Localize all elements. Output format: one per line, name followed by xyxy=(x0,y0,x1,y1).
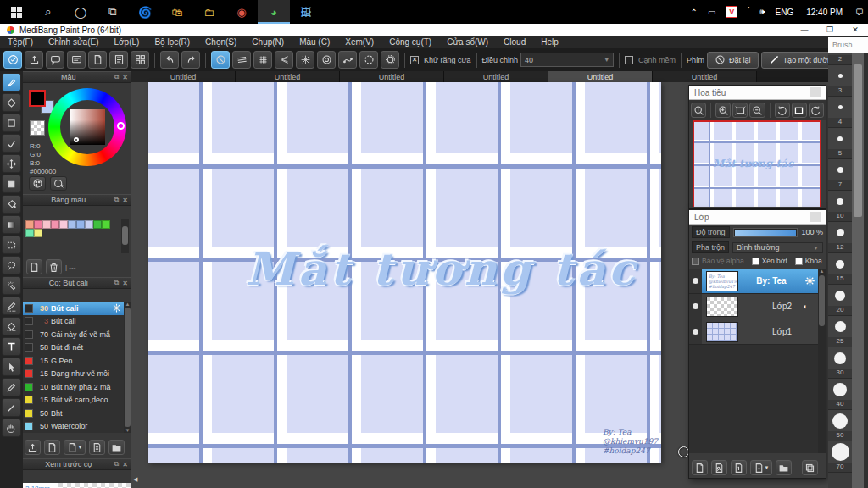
clipping-checkbox[interactable] xyxy=(752,258,760,265)
cortana-icon[interactable]: ◯ xyxy=(64,0,97,24)
store-icon[interactable]: 🛍 xyxy=(161,0,193,24)
form-button[interactable] xyxy=(109,51,128,69)
brush-size-scrollbar[interactable] xyxy=(852,53,864,488)
tool-wand[interactable] xyxy=(2,276,21,295)
undo-button[interactable] xyxy=(160,51,179,69)
brush-row[interactable]: 15 Bút vẽ caro,deco xyxy=(23,394,124,408)
menu-item-10[interactable]: Cloud xyxy=(496,36,533,48)
upload-button[interactable] xyxy=(25,51,43,69)
tool-gradient[interactable] xyxy=(2,215,21,234)
volume-icon[interactable]: 🕪 xyxy=(755,0,769,24)
palette-swatch[interactable] xyxy=(76,220,85,229)
new-swatch-button[interactable] xyxy=(26,259,42,274)
rotate-left-button[interactable] xyxy=(775,103,790,118)
brush-row[interactable]: 10 Bút này pha 2 mà xyxy=(23,380,124,394)
palette-swatch[interactable] xyxy=(42,220,51,229)
palette-add-icon[interactable] xyxy=(50,176,67,191)
layer-row[interactable]: Lớp2◖ xyxy=(689,294,826,319)
brush-size-item-3[interactable]: 3 xyxy=(828,65,852,97)
new-brush-menu-button[interactable]: ▼ xyxy=(64,440,86,455)
hue-marker[interactable] xyxy=(117,122,125,130)
brush-row[interactable]: 50 Bht xyxy=(23,407,124,420)
layers-header[interactable]: Lớp xyxy=(689,210,826,225)
tool-hand[interactable] xyxy=(2,419,21,437)
brush-row[interactable]: 50 Watercolor xyxy=(23,420,124,434)
brush-row[interactable]: 58 Bút đi nét xyxy=(23,341,124,355)
brush-size-item-4[interactable]: 4 xyxy=(828,97,852,128)
document-button[interactable] xyxy=(88,51,107,69)
canvas-tab-5[interactable]: Untitled xyxy=(653,71,757,82)
chrome-icon[interactable]: ◉ xyxy=(225,0,258,24)
tool-fillrect[interactable] xyxy=(2,175,21,193)
brush-size-item-30[interactable]: 30 xyxy=(828,347,852,379)
close-icon[interactable]: ✕ xyxy=(122,461,128,469)
file-explorer-icon[interactable]: 🗀 xyxy=(193,0,225,24)
tool-select[interactable] xyxy=(2,236,21,254)
color-wheel[interactable] xyxy=(48,88,126,166)
clock[interactable]: 12:40 PM xyxy=(799,8,849,17)
canvas-tab-2[interactable]: Untitled xyxy=(340,71,444,82)
tiles-button[interactable] xyxy=(131,51,149,69)
brush-size-item-7[interactable]: 7 xyxy=(828,159,852,191)
correction-gear-button[interactable] xyxy=(381,51,399,69)
anti-alias-checkbox[interactable]: ✕ xyxy=(410,56,419,64)
palette-scrollbar[interactable] xyxy=(121,219,129,253)
sv-marker[interactable] xyxy=(74,137,79,142)
layer-row[interactable]: Lớp1 xyxy=(689,319,826,345)
comment-button[interactable] xyxy=(46,51,64,69)
zoom-actual-button[interactable] xyxy=(691,103,706,118)
tool-selpen[interactable] xyxy=(2,297,21,315)
tool-move[interactable] xyxy=(2,154,21,173)
script-brush-button[interactable] xyxy=(89,440,105,455)
search-icon[interactable]: ⌕ xyxy=(32,0,64,24)
palette-swatch[interactable] xyxy=(51,220,59,229)
menu-item-8[interactable]: Công cụ(T) xyxy=(381,36,439,48)
vlc-tray-icon[interactable]: V xyxy=(721,0,742,24)
tool-bucket[interactable] xyxy=(2,195,21,214)
correction-none-button[interactable] xyxy=(211,51,230,69)
opacity-slider[interactable] xyxy=(733,228,798,237)
brush-row[interactable]: 70 Cái này để vẽ mắ xyxy=(23,328,124,341)
task-view-icon[interactable]: ⧉ xyxy=(97,0,129,24)
popout-icon[interactable]: ⧉ xyxy=(114,460,120,469)
photos-icon[interactable]: 🖽 xyxy=(290,0,322,24)
brush-size-item-50[interactable]: 50 xyxy=(828,410,852,441)
menu-item-6[interactable]: Màu (C) xyxy=(292,36,337,48)
palette-swatch[interactable] xyxy=(25,229,34,237)
tool-spoit[interactable] xyxy=(2,378,21,396)
blend-dropdown[interactable]: Bình thường ▼ xyxy=(732,242,823,253)
brush-size-item-10[interactable]: 10 xyxy=(828,191,852,222)
canvas-tab-4[interactable]: Untitled xyxy=(548,71,653,82)
menu-item-1[interactable]: Chỉnh sửa(E) xyxy=(41,36,107,48)
lock-checkbox[interactable] xyxy=(795,258,803,265)
menu-item-9[interactable]: Cửa sổ(W) xyxy=(439,36,496,48)
rotate-right-button[interactable] xyxy=(809,103,824,118)
palette-icon[interactable] xyxy=(29,176,46,191)
add-layer-menu-button[interactable]: ▼ xyxy=(750,460,772,475)
zoom-in-button[interactable] xyxy=(715,103,731,118)
palette-swatch[interactable] xyxy=(85,220,93,229)
popout-icon[interactable]: ⧉ xyxy=(114,196,120,204)
layer-visibility-toggle[interactable] xyxy=(689,294,702,319)
brush-row[interactable]: 3 Bút cali xyxy=(23,315,124,329)
brush-row[interactable]: 15 G Pen xyxy=(23,354,124,368)
new-1bit-layer-button[interactable] xyxy=(731,460,747,475)
menu-item-7[interactable]: Xem(V) xyxy=(337,36,381,48)
tool-lasso[interactable] xyxy=(2,256,21,274)
tool-brush[interactable] xyxy=(2,73,21,92)
navigator-menu-button[interactable] xyxy=(810,87,821,97)
delete-swatch-button[interactable] xyxy=(46,259,62,274)
correction-hatch-button[interactable] xyxy=(232,51,251,69)
zoom-out-button[interactable] xyxy=(749,103,765,118)
upload-brush-button[interactable] xyxy=(25,440,41,455)
palette-swatch[interactable] xyxy=(25,220,34,229)
edge-icon[interactable]: 🌀 xyxy=(129,0,161,24)
brush-settings-gear-icon[interactable] xyxy=(111,302,122,313)
menu-item-4[interactable]: Chọn(S) xyxy=(198,36,244,48)
restore-button[interactable]: ❐ xyxy=(817,24,843,36)
brush-size-item-70[interactable]: 70 xyxy=(828,441,852,473)
brush-size-item-25[interactable]: 25 xyxy=(828,316,852,347)
new-layer-button[interactable] xyxy=(692,460,708,475)
brush-row[interactable]: 15 Dạng như vẽ môi xyxy=(23,368,124,381)
correction-mesh-button[interactable] xyxy=(253,51,272,69)
